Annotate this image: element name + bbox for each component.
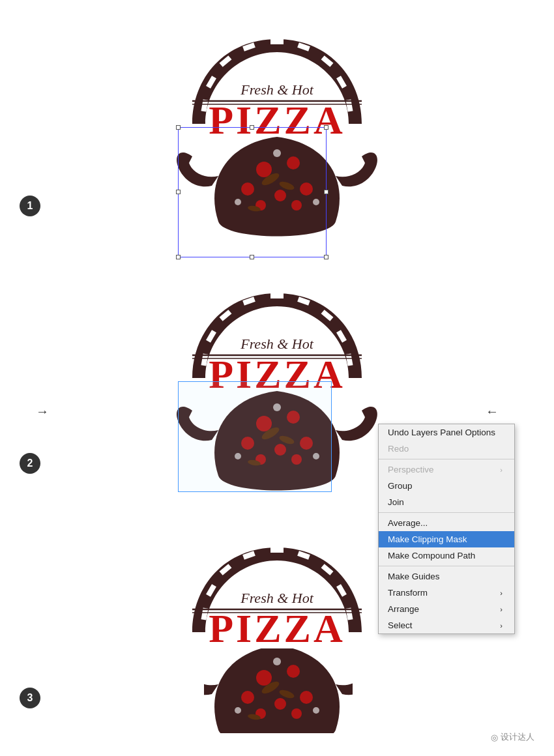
svg-point-19: [291, 200, 302, 211]
menu-item-label: Redo: [388, 444, 409, 454]
submenu-arrow-icon: ›: [500, 605, 503, 613]
menu-item-label: Make Compound Path: [388, 551, 475, 560]
arrow-right: ←: [486, 404, 499, 419]
svg-text:Fresh & Hot: Fresh & Hot: [240, 81, 314, 98]
menu-item-label: Transform: [388, 588, 428, 598]
svg-point-45: [291, 454, 302, 465]
pizza-logo-1: Fresh & Hot PIZZA: [147, 13, 407, 261]
svg-point-70: [274, 698, 286, 710]
submenu-arrow-icon: ›: [500, 622, 503, 630]
menu-item-label: Make Guides: [388, 572, 440, 581]
watermark-text: 设计达人: [501, 731, 534, 743]
menu-item-redo: Redo: [379, 441, 514, 457]
menu-item-label: Group: [388, 481, 413, 491]
svg-point-69: [300, 691, 313, 704]
svg-point-24: [235, 199, 241, 205]
menu-divider-2: [379, 459, 514, 459]
menu-item-make-compound-path[interactable]: Make Compound Path: [379, 547, 514, 564]
svg-point-72: [291, 708, 302, 719]
svg-point-13: [256, 162, 272, 177]
svg-point-68: [241, 691, 254, 704]
main-container: 1: [0, 0, 554, 756]
svg-point-25: [313, 199, 319, 205]
svg-point-49: [273, 403, 281, 411]
menu-item-perspective: Perspective›: [379, 461, 514, 478]
pizza-logo-2: Fresh & Hot PIZZA: [147, 267, 407, 515]
menu-divider-8: [379, 566, 514, 566]
svg-point-51: [313, 453, 319, 459]
watermark: ◎ 设计达人: [491, 731, 534, 743]
step-section-1: 1: [0, 0, 554, 261]
svg-point-42: [300, 437, 313, 450]
step-number-3: 3: [20, 688, 40, 708]
step-number-2: 2: [20, 453, 40, 474]
menu-item-label: Select: [388, 620, 413, 630]
svg-point-40: [287, 411, 300, 424]
svg-text:PIZZA: PIZZA: [209, 606, 345, 650]
pizza-svg-2: Fresh & Hot PIZZA: [173, 280, 381, 502]
menu-item-transform[interactable]: Transform›: [379, 585, 514, 601]
svg-point-43: [274, 444, 286, 456]
watermark-icon: ◎: [491, 733, 498, 742]
submenu-arrow-icon: ›: [500, 466, 503, 474]
svg-point-23: [273, 149, 281, 157]
svg-point-78: [313, 707, 319, 714]
svg-text:PIZZA: PIZZA: [209, 98, 345, 142]
submenu-arrow-icon: ›: [500, 589, 503, 597]
svg-rect-52: [270, 547, 284, 553]
svg-point-50: [235, 453, 241, 459]
menu-item-make-guides[interactable]: Make Guides: [379, 568, 514, 585]
menu-item-label: Average...: [388, 518, 428, 528]
svg-point-17: [274, 190, 286, 201]
svg-point-39: [256, 416, 272, 431]
menu-item-group[interactable]: Group: [379, 478, 514, 494]
svg-point-14: [287, 156, 300, 169]
menu-item-label: Undo Layers Panel Options: [388, 428, 495, 437]
context-menu: Undo Layers Panel OptionsRedoPerspective…: [378, 424, 515, 634]
svg-point-41: [241, 437, 254, 450]
pizza-svg-1: Fresh & Hot PIZZA: [173, 26, 381, 248]
step-section-2: 2 → ← Fresh & Hot: [0, 261, 554, 521]
svg-text:Fresh & Hot: Fresh & Hot: [240, 336, 314, 352]
step-number-1: 1: [20, 196, 40, 216]
svg-rect-26: [270, 293, 284, 298]
menu-divider-5: [379, 512, 514, 513]
arrow-left: →: [36, 404, 49, 419]
menu-item-label: Perspective: [388, 465, 434, 474]
svg-text:PIZZA: PIZZA: [209, 352, 345, 396]
svg-point-66: [256, 670, 272, 686]
svg-point-77: [235, 707, 241, 714]
menu-item-arrange[interactable]: Arrange›: [379, 601, 514, 617]
menu-item-select[interactable]: Select›: [379, 617, 514, 633]
menu-item-average...[interactable]: Average...: [379, 515, 514, 531]
svg-point-16: [300, 182, 313, 196]
pizza-svg-3: Fresh & Hot PIZZA: [173, 534, 381, 743]
svg-point-67: [287, 665, 300, 678]
menu-item-undo-layers-panel-options[interactable]: Undo Layers Panel Options: [379, 424, 514, 441]
menu-item-label: Arrange: [388, 604, 419, 614]
menu-item-label: Join: [388, 497, 404, 507]
svg-point-76: [273, 658, 281, 665]
svg-rect-0: [270, 39, 284, 44]
svg-text:Fresh & Hot: Fresh & Hot: [240, 590, 314, 606]
pizza-logo-3: Fresh & Hot PIZZA: [147, 528, 407, 749]
menu-item-make-clipping-mask[interactable]: Make Clipping Mask: [379, 531, 514, 547]
menu-item-join[interactable]: Join: [379, 494, 514, 510]
menu-item-label: Make Clipping Mask: [388, 534, 467, 544]
svg-point-15: [241, 182, 254, 196]
